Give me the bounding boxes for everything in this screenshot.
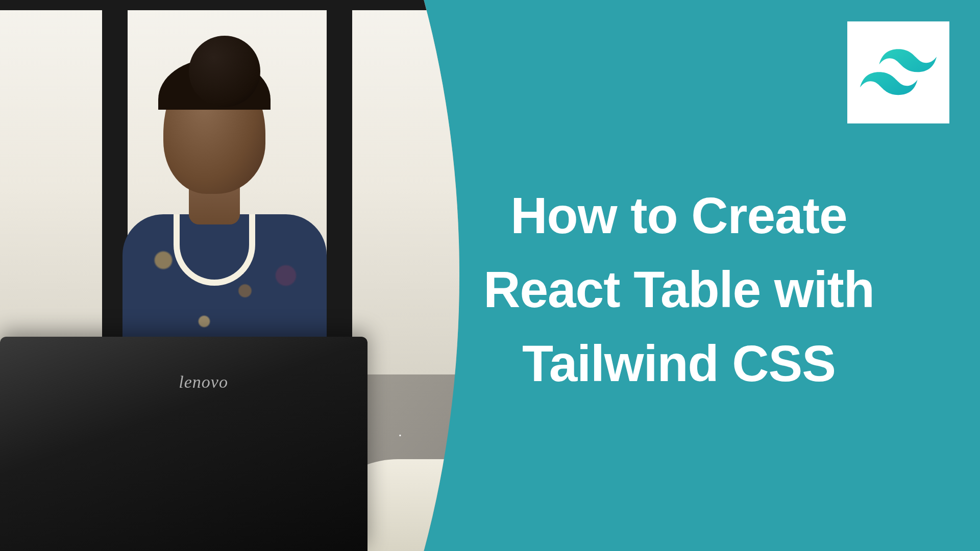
laptop: lenovo bbox=[0, 337, 368, 551]
decorative-dot: . bbox=[398, 423, 402, 440]
window-frame-bar bbox=[0, 0, 459, 10]
tailwind-icon bbox=[860, 47, 937, 98]
title-line: Tailwind CSS bbox=[522, 335, 836, 392]
person-hair-bun bbox=[189, 36, 260, 107]
title-line: How to Create bbox=[510, 187, 847, 244]
title-line: React Table with bbox=[483, 261, 874, 318]
window-frame-bar bbox=[327, 0, 352, 374]
hero-photo: lenovo bbox=[0, 0, 459, 551]
tailwind-logo-box bbox=[847, 21, 949, 123]
hero-title: How to Create React Table with Tailwind … bbox=[419, 179, 939, 400]
laptop-brand-label: lenovo bbox=[179, 372, 228, 392]
person-illustration bbox=[122, 61, 327, 367]
